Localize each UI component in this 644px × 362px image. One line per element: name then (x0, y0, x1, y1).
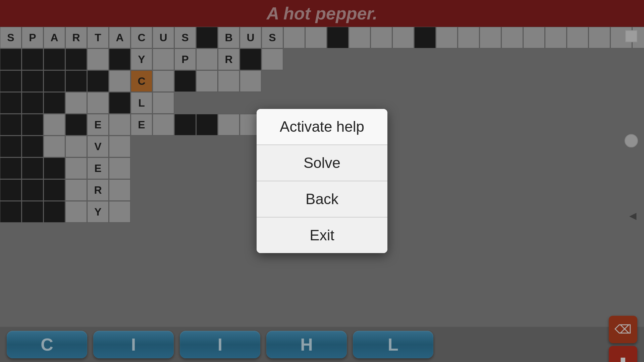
solve-button[interactable]: Solve (257, 145, 387, 181)
modal-overlay: Activate help Solve Back Exit (0, 0, 644, 362)
activate-help-button[interactable]: Activate help (257, 109, 387, 145)
back-button[interactable]: Back (257, 181, 387, 218)
help-menu-modal: Activate help Solve Back Exit (257, 109, 387, 253)
exit-button[interactable]: Exit (257, 218, 387, 253)
